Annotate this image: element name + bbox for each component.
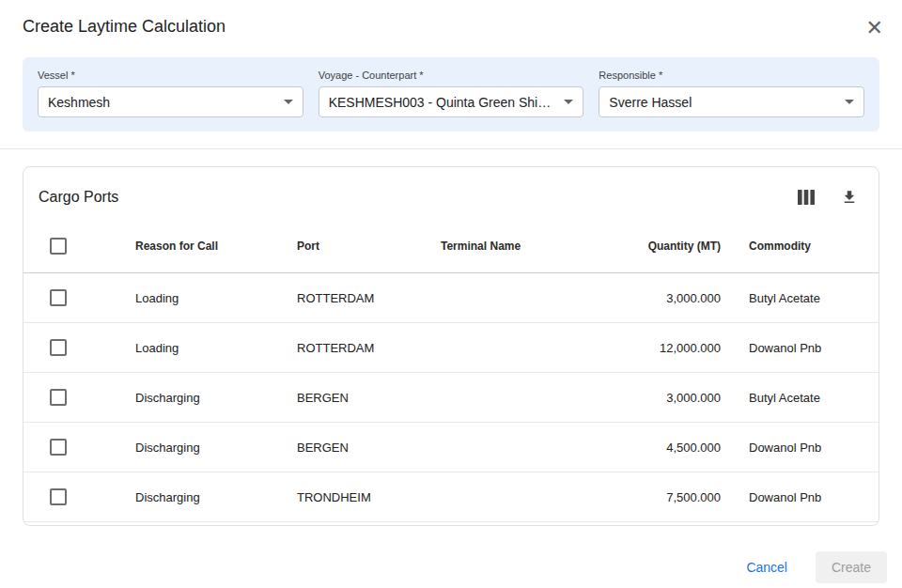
voyage-counterpart-label: Voyage - Counterpart * xyxy=(319,70,584,81)
form-panel: Vessel * Keshmesh Voyage - Counterpart *… xyxy=(23,57,879,132)
view-columns-icon xyxy=(798,190,815,205)
cell-port: TRONDHEIM xyxy=(297,472,441,522)
cell-port: BERGEN xyxy=(297,373,441,423)
download-icon xyxy=(841,189,858,206)
vessel-select[interactable]: Keshmesh xyxy=(38,86,303,117)
select-all-checkbox[interactable] xyxy=(50,238,67,255)
row-checkbox[interactable] xyxy=(50,389,67,406)
table-row: Discharging TRONDHEIM 7,500.000 Dowanol … xyxy=(23,472,879,522)
cell-reason: Discharging xyxy=(135,472,297,522)
create-laytime-dialog: Create Laytime Calculation ✕ Vessel * Ke… xyxy=(0,0,902,588)
close-button[interactable]: ✕ xyxy=(861,14,889,42)
cell-commodity: Dowanol Pnb xyxy=(721,323,879,373)
table-row: Discharging BERGEN 3,000.000 Butyl Aceta… xyxy=(23,373,879,423)
cell-reason: Discharging xyxy=(135,373,297,423)
dialog-header: Create Laytime Calculation ✕ xyxy=(0,0,902,42)
export-button[interactable] xyxy=(837,185,862,209)
responsible-field: Responsible * Sverre Hassel xyxy=(599,70,864,117)
cell-commodity: Butyl Acetate xyxy=(721,273,879,323)
cell-terminal xyxy=(441,423,582,472)
vessel-label: Vessel * xyxy=(38,70,303,81)
cell-reason: Loading xyxy=(135,323,297,373)
page-title: Create Laytime Calculation xyxy=(23,14,226,37)
responsible-select[interactable]: Sverre Hassel xyxy=(599,86,864,117)
col-header-commodity: Commodity xyxy=(721,217,879,273)
cell-port: ROTTERDAM xyxy=(297,273,441,323)
vessel-value: Keshmesh xyxy=(48,95,110,110)
cell-commodity: Butyl Acetate xyxy=(721,373,879,423)
voyage-counterpart-select[interactable]: KESHMESH003 - Quinta Green Shippi… xyxy=(319,86,584,117)
cell-port: ROTTERDAM xyxy=(297,323,441,373)
voyage-counterpart-value: KESHMESH003 - Quinta Green Shippi… xyxy=(329,95,557,110)
chevron-down-icon xyxy=(564,100,573,104)
cell-terminal xyxy=(441,472,582,522)
cell-terminal xyxy=(441,273,582,323)
responsible-value: Sverre Hassel xyxy=(609,95,692,110)
row-checkbox[interactable] xyxy=(50,439,67,456)
cargo-ports-card: Cargo Ports xyxy=(23,166,879,526)
column-settings-button[interactable] xyxy=(794,186,818,209)
cell-quantity: 4,500.000 xyxy=(582,423,721,472)
cell-port: BERGEN xyxy=(297,423,441,472)
cell-terminal xyxy=(441,323,582,373)
cell-reason: Loading xyxy=(135,273,297,323)
header-divider xyxy=(0,148,902,149)
row-checkbox[interactable] xyxy=(50,289,67,306)
cell-quantity: 7,500.000 xyxy=(582,472,721,522)
cargo-ports-header: Cargo Ports xyxy=(23,167,879,217)
card-actions xyxy=(775,185,862,209)
voyage-counterpart-field: Voyage - Counterpart * KESHMESH003 - Qui… xyxy=(319,70,584,117)
row-checkbox[interactable] xyxy=(50,488,67,505)
cell-reason: Discharging xyxy=(135,423,297,472)
cell-commodity: Dowanol Pnb xyxy=(721,472,879,522)
cell-quantity: 3,000.000 xyxy=(582,373,721,423)
col-header-quantity: Quantity (MT) xyxy=(582,217,721,273)
row-checkbox[interactable] xyxy=(50,339,67,356)
table-row: Loading ROTTERDAM 12,000.000 Dowanol Pnb xyxy=(23,323,879,373)
chevron-down-icon xyxy=(284,100,293,104)
col-header-reason: Reason for Call xyxy=(135,217,297,273)
table-row: Discharging BERGEN 4,500.000 Dowanol Pnb xyxy=(23,423,879,472)
cell-terminal xyxy=(441,373,582,423)
col-header-port: Port xyxy=(297,217,441,273)
create-button[interactable]: Create xyxy=(816,551,887,583)
vessel-field: Vessel * Keshmesh xyxy=(38,70,303,117)
cell-quantity: 3,000.000 xyxy=(582,273,721,323)
cell-quantity: 12,000.000 xyxy=(582,323,721,373)
dialog-footer: Cancel Create xyxy=(0,526,902,583)
cancel-button[interactable]: Cancel xyxy=(742,554,791,580)
cell-commodity: Dowanol Pnb xyxy=(721,423,879,472)
table-row: Loading ROTTERDAM 3,000.000 Butyl Acetat… xyxy=(23,273,879,323)
col-header-terminal: Terminal Name xyxy=(441,217,582,273)
responsible-label: Responsible * xyxy=(599,70,864,81)
table-header-row: Reason for Call Port Terminal Name Quant… xyxy=(23,217,879,273)
cargo-ports-title: Cargo Ports xyxy=(39,189,118,206)
cargo-ports-table: Reason for Call Port Terminal Name Quant… xyxy=(23,217,879,522)
chevron-down-icon xyxy=(845,100,854,104)
close-icon: ✕ xyxy=(866,16,883,39)
